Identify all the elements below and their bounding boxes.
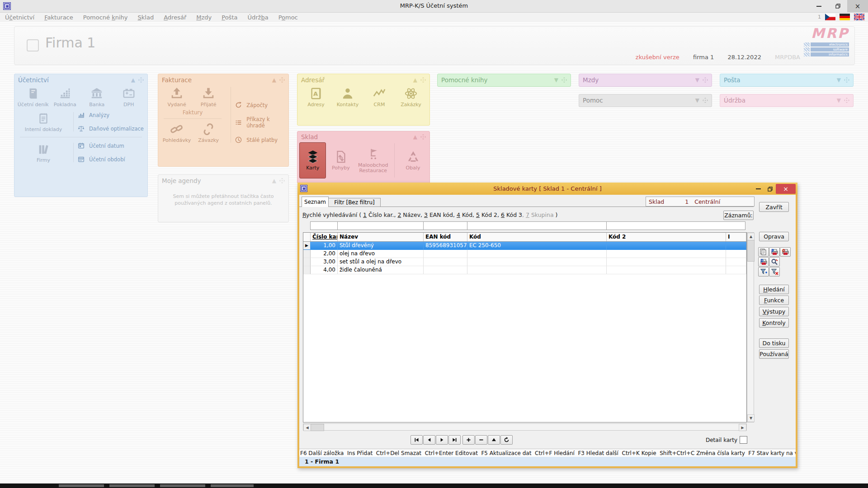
filter-clear-button[interactable] xyxy=(769,267,780,277)
oprava-button[interactable]: Oprava xyxy=(759,232,789,241)
item-obaly[interactable]: Obaly xyxy=(398,150,428,171)
collapse-icon[interactable]: ▲ xyxy=(131,77,135,83)
dialog-maximize-button[interactable] xyxy=(764,184,776,194)
panel-header-posta[interactable]: Pošta▼ xyxy=(720,74,853,86)
item-pohledavky[interactable]: Pohledávky xyxy=(161,122,193,143)
funkce-button[interactable]: Funkce xyxy=(759,296,789,305)
move-icon[interactable] xyxy=(279,178,285,183)
item-prijate[interactable]: Přijaté xyxy=(193,87,224,108)
panel-header-adresar[interactable]: Adresář ▲ xyxy=(297,74,429,86)
col-header-nazev[interactable]: Název xyxy=(338,233,424,241)
item-danove-optimalizace[interactable]: Daňové optimalizace xyxy=(77,125,144,132)
czech-flag-icon[interactable] xyxy=(825,14,835,20)
search-input-nazev[interactable] xyxy=(337,221,424,230)
hledani-button[interactable]: Hledání xyxy=(759,285,789,294)
nav-refresh-button[interactable] xyxy=(500,435,513,445)
move-icon[interactable] xyxy=(138,77,144,83)
item-zavazky[interactable]: Závazky xyxy=(193,122,224,143)
search-settings-button[interactable] xyxy=(769,257,780,267)
item-karty-active[interactable]: Karty xyxy=(299,142,326,178)
expand-icon[interactable]: ▼ xyxy=(554,77,558,83)
copy-card-button[interactable] xyxy=(758,247,769,257)
move-icon[interactable] xyxy=(420,77,426,83)
item-zakazky[interactable]: Zakázky xyxy=(395,87,427,108)
tab-filtr[interactable]: Filtr [Bez filtru] xyxy=(328,198,381,207)
do-tisku-button[interactable]: Do tisku xyxy=(759,338,789,348)
nav-insert-button[interactable] xyxy=(462,435,475,445)
expand-icon[interactable]: ▼ xyxy=(695,97,699,103)
expand-icon[interactable]: ▼ xyxy=(837,97,841,103)
scroll-right-button[interactable]: ▶ xyxy=(739,424,746,431)
item-stale-platby[interactable]: Stálé platby xyxy=(235,136,288,144)
print-o-button[interactable]: O xyxy=(780,247,791,257)
menu-ucetnictvi[interactable]: Účetnictví xyxy=(0,14,39,21)
scroll-up-button[interactable]: ▲ xyxy=(747,233,755,240)
panel-header-mzdy[interactable]: Mzdy▼ xyxy=(579,74,712,86)
nav-delete-button[interactable] xyxy=(475,435,487,445)
move-icon[interactable] xyxy=(703,98,708,103)
table-row[interactable]: 3,00 set stůl a olej na dřevo xyxy=(303,258,746,266)
col-header-cislo[interactable]: Číslo kar. xyxy=(311,233,338,241)
item-analyzy[interactable]: Analýzy xyxy=(77,111,144,119)
col-header-kod2[interactable]: Kód 2 xyxy=(607,233,726,241)
menu-pomoc[interactable]: Pomoc xyxy=(274,14,303,21)
vystupy-button[interactable]: Výstupy xyxy=(759,307,789,316)
item-pokladna[interactable]: Pokladna xyxy=(49,87,81,108)
nav-next-button[interactable] xyxy=(436,435,448,445)
item-dph[interactable]: DPH xyxy=(113,87,145,108)
expand-icon[interactable]: ▼ xyxy=(695,77,699,83)
panel-header-sklad[interactable]: Sklad ▲ xyxy=(297,131,429,142)
col-header-kod[interactable]: Kód xyxy=(467,233,607,241)
nav-last-button[interactable] xyxy=(448,435,461,445)
item-vydane[interactable]: Vydané xyxy=(161,87,193,108)
dialog-titlebar[interactable]: Skladové karty [ Sklad 1 - Centrální ] × xyxy=(297,183,797,195)
nav-first-button[interactable] xyxy=(410,435,423,445)
zaznamu-button[interactable]: Záznamů: xyxy=(723,211,754,220)
collapse-icon[interactable]: ▲ xyxy=(272,178,276,184)
restore-button[interactable] xyxy=(828,0,847,12)
menu-fakturace[interactable]: Fakturace xyxy=(39,14,78,21)
filter-button[interactable] xyxy=(758,267,769,277)
move-icon[interactable] xyxy=(279,77,285,83)
panel-header-ucetnictvi[interactable]: Účetnictví ▲ xyxy=(14,74,147,86)
move-icon[interactable] xyxy=(703,77,708,83)
vertical-scrollbar[interactable]: ▲ ▼ xyxy=(747,232,754,422)
menu-sklad[interactable]: Sklad xyxy=(133,14,159,21)
item-firmy[interactable]: Firmy xyxy=(17,142,70,163)
panel-header-fakturace[interactable]: Fakturace ▲ xyxy=(158,74,288,86)
item-kontakty[interactable]: Kontakty xyxy=(332,87,363,108)
item-ucetni-denik[interactable]: Účetní deník xyxy=(17,87,49,108)
table-row[interactable]: 4,00 židle čalouněná xyxy=(303,266,746,274)
move-icon[interactable] xyxy=(420,134,426,140)
col-header-partial[interactable]: I xyxy=(726,233,746,241)
item-maloobchod-restaurace[interactable]: MaloobchodRestaurace xyxy=(355,147,391,174)
menu-mzdy[interactable]: Mzdy xyxy=(191,14,217,21)
panel-header-pomoc[interactable]: Pomoc▼ xyxy=(579,94,712,106)
col-header-ean[interactable]: EAN kód xyxy=(424,233,467,241)
move-icon[interactable] xyxy=(561,77,567,83)
menu-pomocne-knihy[interactable]: Pomocné knihy xyxy=(78,14,133,21)
item-banka[interactable]: Banka xyxy=(81,87,113,108)
table-row[interactable]: 2,00 olej na dřevo xyxy=(303,250,746,258)
item-zapocty[interactable]: Zápočty xyxy=(235,101,288,109)
search-input-ean[interactable] xyxy=(423,221,467,230)
collapse-icon[interactable]: ▲ xyxy=(413,134,417,140)
expand-icon[interactable]: ▼ xyxy=(837,77,841,83)
scroll-down-button[interactable]: ▼ xyxy=(747,414,755,422)
detail-karty-checkbox[interactable] xyxy=(740,436,747,444)
print-p-button[interactable]: P xyxy=(769,247,780,257)
menu-udrzba[interactable]: Údržba xyxy=(242,14,273,21)
close-button[interactable]: × xyxy=(847,0,868,12)
tab-seznam[interactable]: Seznam xyxy=(302,197,329,207)
item-ucetni-datum[interactable]: Účetní datum xyxy=(77,142,125,150)
panel-header-moje-agendy[interactable]: Moje agendy ▲ xyxy=(158,175,288,187)
print-d-button[interactable]: D xyxy=(758,257,769,267)
nav-edit-button[interactable] xyxy=(488,435,500,445)
move-icon[interactable] xyxy=(844,77,849,83)
kontroly-button[interactable]: Kontroly xyxy=(759,318,789,328)
search-input-cislo[interactable] xyxy=(310,221,338,230)
zavrit-button[interactable]: Zavřít xyxy=(759,202,789,212)
item-prikazy-k-uhrade[interactable]: Příkazy k úhradě xyxy=(235,116,288,129)
collapse-icon[interactable]: ▲ xyxy=(413,77,417,83)
search-input-kod[interactable] xyxy=(467,221,607,230)
